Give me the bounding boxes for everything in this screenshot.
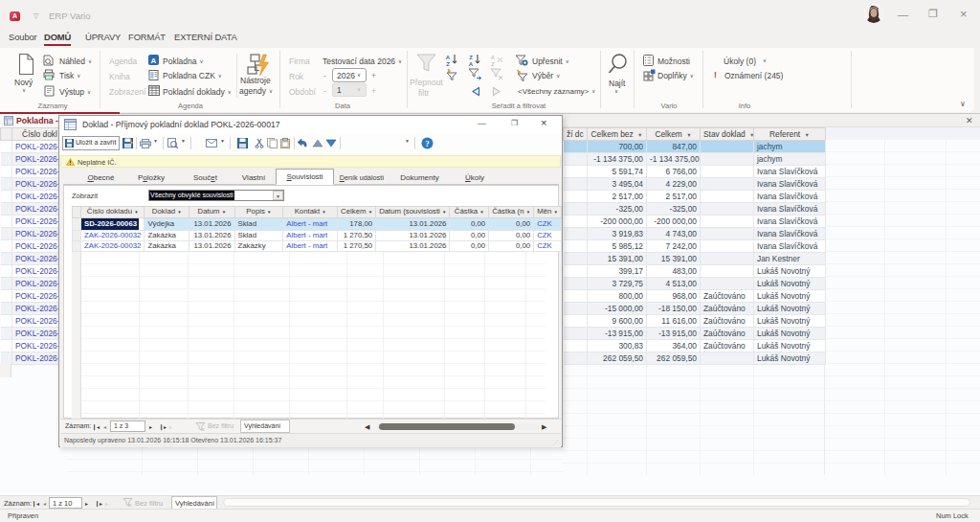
- svg-text:A: A: [491, 55, 496, 60]
- svg-text:?: ?: [425, 139, 430, 148]
- svg-text:Z: Z: [491, 61, 495, 67]
- svg-text:A: A: [446, 55, 451, 60]
- svg-text:A: A: [469, 61, 474, 67]
- svg-text:A: A: [151, 57, 157, 65]
- svg-text:Z: Z: [446, 61, 450, 67]
- svg-text:Z: Z: [469, 55, 473, 60]
